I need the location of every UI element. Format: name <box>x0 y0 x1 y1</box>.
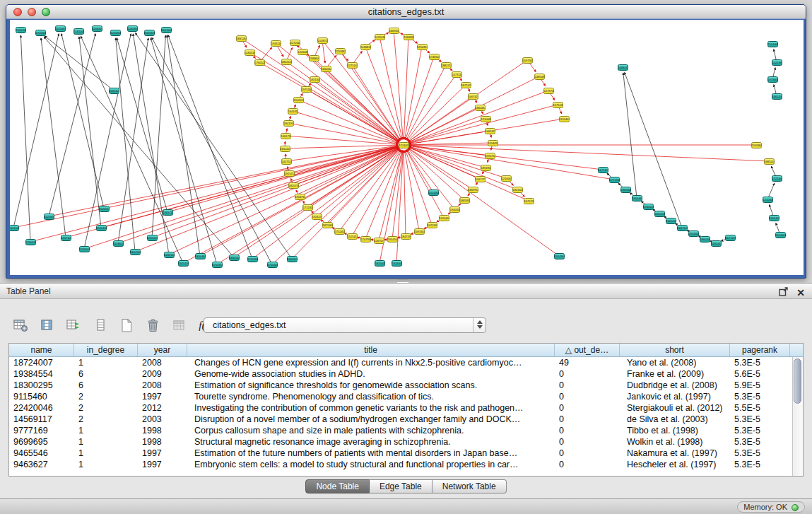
graph-node[interactable]: 1941116 <box>271 40 281 47</box>
close-panel-icon[interactable]: ✕ <box>796 288 805 298</box>
column-header-title[interactable]: title <box>187 344 555 356</box>
graph-node[interactable]: 1595805 <box>751 142 762 148</box>
graph-node[interactable]: 1641913 <box>288 108 298 115</box>
graph-node[interactable]: 1282505 <box>164 252 175 258</box>
graph-node[interactable]: 1865205 <box>772 93 782 100</box>
graph-node[interactable]: 1236505 <box>79 246 90 252</box>
graph-node[interactable]: 1885205 <box>764 158 775 165</box>
graph-node[interactable]: 1125905 <box>44 214 54 220</box>
graph-node[interactable]: 1841913 <box>283 120 294 127</box>
column-header-out_de[interactable]: △ out_de… <box>555 344 620 356</box>
tab-network-table[interactable]: Network Table <box>433 479 507 493</box>
table-row[interactable]: 977716911998Corpus callosum shape and si… <box>9 425 792 436</box>
graph-node[interactable]: 1860205 <box>700 236 710 243</box>
graph-node[interactable]: 1875349 <box>322 222 333 228</box>
graph-node[interactable]: 1924902 <box>554 253 565 259</box>
graph-node[interactable]: 1267072 <box>374 238 384 244</box>
graph-node[interactable]: 1720354 <box>247 256 258 262</box>
graph-node[interactable]: 1802126 <box>281 59 292 65</box>
graph-node[interactable]: 1216062 <box>501 175 512 182</box>
table-columns-icon[interactable] <box>37 316 57 334</box>
graph-node[interactable]: 1155469 <box>559 116 570 122</box>
graph-node[interactable]: 1908713 <box>295 194 305 200</box>
zoom-window-icon[interactable] <box>42 8 50 16</box>
graph-node[interactable]: 1920654 <box>35 30 46 36</box>
network-canvas[interactable]: 1724025183126411825181760122194111618021… <box>10 20 804 275</box>
graph-node[interactable]: 1772354 <box>302 204 313 211</box>
graph-node[interactable]: 1290514 <box>25 239 36 245</box>
table-row[interactable]: 946362711997Embryonic stem cells: a mode… <box>9 459 792 470</box>
float-panel-icon[interactable] <box>779 286 788 299</box>
graph-node[interactable]: 1186812 <box>360 44 371 50</box>
minimize-window-icon[interactable] <box>28 8 36 16</box>
graph-node[interactable]: 1925105 <box>178 260 189 267</box>
table-row[interactable]: 911546021997Tourette syndrome. Phenomeno… <box>9 391 792 402</box>
graph-node[interactable]: 1664051 <box>321 66 331 72</box>
graph-node[interactable]: 1210646 <box>481 116 491 122</box>
table-row[interactable]: 946554611997Estimation of the future num… <box>9 448 792 459</box>
graph-node[interactable]: 1750355 <box>212 262 223 268</box>
graph-node[interactable]: 1677205 <box>725 235 736 241</box>
graph-node[interactable]: 1554408 <box>767 41 778 47</box>
graph-node[interactable]: 1075931 <box>427 222 437 228</box>
graph-node[interactable]: 1940556 <box>449 206 460 213</box>
tab-node-table[interactable]: Node Table <box>305 479 370 493</box>
graph-node[interactable]: 1975180 <box>301 86 312 93</box>
graph-node[interactable]: 1068474 <box>618 64 628 71</box>
close-window-icon[interactable] <box>13 8 22 16</box>
column-header-pagerank[interactable]: pagerank <box>730 344 790 356</box>
graph-node[interactable]: 1205145 <box>769 215 779 221</box>
graph-node[interactable]: 1275141 <box>347 62 358 69</box>
graph-node[interactable]: 1760122 <box>254 59 265 66</box>
graph-node[interactable]: 1724025 <box>399 142 409 148</box>
graph-node[interactable]: 1221397 <box>772 59 782 66</box>
graph-node[interactable]: 1182205 <box>73 28 84 35</box>
graph-node[interactable]: 1750344 <box>267 262 278 268</box>
graph-node[interactable]: 1260850 <box>127 25 138 32</box>
graph-node[interactable]: 1595754 <box>485 153 495 159</box>
table-settings-icon[interactable] <box>11 316 30 334</box>
graph-node[interactable]: 1226083 <box>298 49 308 55</box>
graph-node[interactable]: 1206505 <box>92 25 102 32</box>
graph-node[interactable]: 1669050 <box>389 28 399 34</box>
graph-node[interactable]: 2091651 <box>414 228 425 235</box>
graph-node[interactable]: 1815405 <box>375 260 385 267</box>
graph-node[interactable]: 1577117 <box>452 71 462 78</box>
graph-node[interactable]: 1984813 <box>404 34 414 40</box>
table-select-combobox[interactable]: citations_edges.txt <box>204 317 486 333</box>
graph-node[interactable]: 1247935 <box>360 236 371 243</box>
graph-node[interactable]: 1894951 <box>481 165 491 171</box>
graph-node[interactable]: 1847291 <box>401 233 411 240</box>
graph-node[interactable]: 1609205 <box>666 218 676 224</box>
table-disabled-icon[interactable] <box>170 316 189 334</box>
graph-node[interactable]: 1679197 <box>598 167 608 173</box>
graph-node[interactable]: 1946205 <box>643 204 654 210</box>
graph-node[interactable]: 1210305 <box>763 197 773 203</box>
graph-node[interactable]: 1957105 <box>61 235 71 241</box>
graph-node[interactable]: 1575135 <box>553 102 563 108</box>
column-header-in_degree[interactable]: in_degree <box>74 344 138 356</box>
graph-node[interactable]: 1461627 <box>485 128 495 134</box>
graph-node[interactable]: 1097772 <box>475 176 486 182</box>
graph-node[interactable]: 2272065 <box>290 40 300 46</box>
graph-node[interactable]: 1924502 <box>392 260 402 267</box>
window-titlebar[interactable]: citations_edges.txt <box>6 5 806 19</box>
graph-node[interactable]: 1361711 <box>281 133 291 139</box>
table-row[interactable]: 1938455462009Genome-wide association stu… <box>9 368 792 380</box>
graph-node[interactable]: 2063105 <box>109 88 119 94</box>
graph-node[interactable]: 1954108 <box>387 236 398 243</box>
graph-node[interactable]: 1820731 <box>288 182 299 189</box>
graph-node[interactable]: 1921505 <box>161 27 172 33</box>
graph-node[interactable]: 1905462 <box>632 195 642 201</box>
graph-node[interactable]: 1182518 <box>245 49 255 56</box>
graph-node[interactable]: 1841627 <box>512 187 523 193</box>
graph-node[interactable]: 1125465 <box>55 25 66 32</box>
table-row[interactable]: 2242004622012Investigating the contribut… <box>9 402 792 414</box>
graph-node[interactable]: 1612505 <box>130 249 141 255</box>
graph-node[interactable]: 1852505 <box>654 211 665 217</box>
graph-node[interactable]: 1154491 <box>488 140 498 146</box>
graph-node[interactable]: 1558723 <box>317 37 328 44</box>
column-header-year[interactable]: year <box>138 344 187 356</box>
graph-node[interactable]: 1882755 <box>441 62 452 69</box>
graph-node[interactable]: 1869951 <box>468 187 478 193</box>
